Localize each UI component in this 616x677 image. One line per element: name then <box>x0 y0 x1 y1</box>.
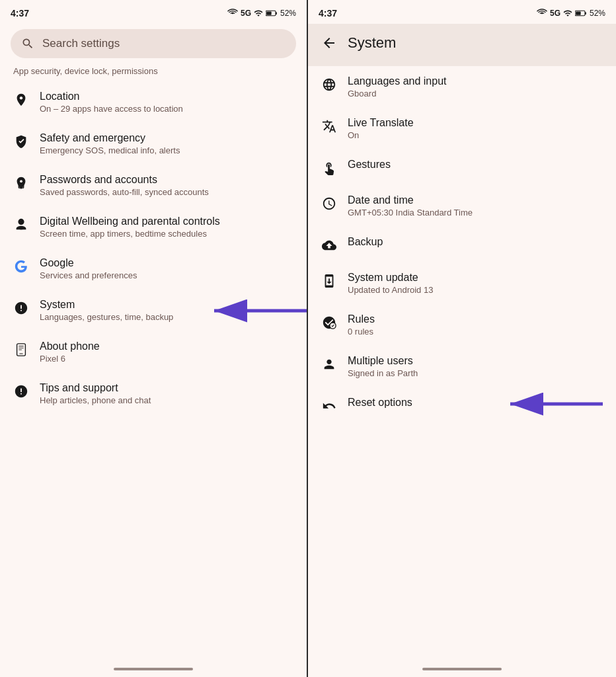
sidebar-item-digital-wellbeing[interactable]: Digital Wellbeing and parental controls … <box>0 206 307 248</box>
safety-subtitle: Emergency SOS, medical info, alerts <box>40 145 180 155</box>
sidebar-item-google[interactable]: Google Services and preferences <box>0 248 307 290</box>
right-item-backup[interactable]: Backup <box>308 227 616 262</box>
sidebar-item-safety[interactable]: Safety and emergency Emergency SOS, medi… <box>0 123 307 165</box>
rules-text: Rules 0 rules <box>348 313 375 337</box>
passwords-text: Passwords and accounts Saved passwords, … <box>40 174 209 197</box>
languages-icon <box>321 77 337 93</box>
status-bar-right: 4:37 5G 52% <box>308 0 616 24</box>
location-title: Location <box>40 91 183 102</box>
back-button[interactable] <box>319 32 340 54</box>
search-input[interactable]: Search settings <box>42 37 120 50</box>
sidebar-item-location[interactable]: Location On – 29 apps have access to loc… <box>0 81 307 123</box>
about-subtitle: Pixel 6 <box>40 354 100 364</box>
tips-subtitle: Help articles, phone and chat <box>40 395 151 405</box>
google-text: Google Services and preferences <box>40 257 137 280</box>
languages-subtitle: Gboard <box>348 89 446 99</box>
sidebar-item-tips[interactable]: Tips and support Help articles, phone an… <box>0 373 307 415</box>
gestures-title: Gestures <box>348 159 391 171</box>
back-icon <box>321 35 337 51</box>
google-subtitle: Services and preferences <box>40 270 137 280</box>
svg-rect-2 <box>276 12 277 15</box>
right-item-reset[interactable]: Reset options <box>308 387 616 423</box>
settings-list-right: Languages and input Gboard Live Translat… <box>308 66 616 661</box>
users-text: Multiple users Signed in as Parth <box>348 355 418 378</box>
5g-label-right: 5G <box>550 9 560 18</box>
tips-text: Tips and support Help articles, phone an… <box>40 382 151 405</box>
system-update-subtitle: Updated to Android 13 <box>348 285 433 295</box>
languages-text: Languages and input Gboard <box>348 75 446 99</box>
right-item-gestures[interactable]: Gestures <box>308 149 616 185</box>
location-text: Location On – 29 apps have access to loc… <box>40 91 183 114</box>
status-icons-right: 5G 52% <box>537 8 605 19</box>
wellbeing-title: Digital Wellbeing and parental controls <box>40 216 220 227</box>
translate-icon <box>321 118 337 134</box>
about-icon <box>13 342 29 358</box>
right-item-system-update[interactable]: System update Updated to Android 13 <box>308 262 616 304</box>
svg-point-4 <box>19 180 23 184</box>
passwords-icon <box>13 175 29 191</box>
reset-arrow-annotation <box>504 391 609 420</box>
system-text: System Languages, gestures, time, backup <box>40 299 173 322</box>
datetime-subtitle: GMT+05:30 India Standard Time <box>348 208 473 218</box>
safety-title: Safety and emergency <box>40 132 180 144</box>
sidebar-item-about[interactable]: About phone Pixel 6 <box>0 331 307 373</box>
home-bar-right <box>422 668 502 670</box>
safety-icon <box>13 134 29 149</box>
live-translate-title: Live Translate <box>348 117 414 129</box>
users-subtitle: Signed in as Parth <box>348 368 418 378</box>
system-title: System <box>40 299 173 311</box>
datetime-text: Date and time GMT+05:30 India Standard T… <box>348 194 473 218</box>
svg-rect-12 <box>585 12 586 15</box>
right-item-languages[interactable]: Languages and input Gboard <box>308 66 616 108</box>
search-bar[interactable]: Search settings <box>11 29 296 58</box>
users-icon <box>321 356 337 372</box>
right-header: System <box>308 24 616 66</box>
home-bar-left <box>114 668 193 670</box>
right-item-multiple-users[interactable]: Multiple users Signed in as Parth <box>308 346 616 387</box>
sidebar-item-passwords[interactable]: Passwords and accounts Saved passwords, … <box>0 165 307 206</box>
search-icon <box>21 37 34 50</box>
status-icons-left: 5G 52% <box>227 8 296 19</box>
wellbeing-subtitle: Screen time, app timers, bedtime schedul… <box>40 229 220 239</box>
datetime-title: Date and time <box>348 194 473 206</box>
signal-icon <box>254 9 263 18</box>
right-panel-title: System <box>348 34 396 52</box>
battery-icon-right <box>575 9 587 18</box>
google-icon <box>13 259 29 274</box>
svg-rect-13 <box>576 11 581 15</box>
location-icon <box>13 92 29 108</box>
purple-arrow-reset <box>504 391 609 417</box>
battery-pct-right: 52% <box>590 9 605 18</box>
left-panel: 4:37 5G 52% Search settings App security… <box>0 0 308 677</box>
clock-icon <box>321 196 337 212</box>
signal-icon-right <box>563 9 572 18</box>
right-item-rules[interactable]: Rules 0 rules <box>308 304 616 346</box>
sidebar-item-system[interactable]: System Languages, gestures, time, backup <box>0 290 307 331</box>
passwords-subtitle: Saved passwords, auto-fill, synced accou… <box>40 187 209 197</box>
battery-icon <box>266 9 278 18</box>
status-bar-left: 4:37 5G 52% <box>0 0 307 24</box>
home-indicator-right <box>308 661 616 677</box>
wellbeing-text: Digital Wellbeing and parental controls … <box>40 216 220 239</box>
system-update-title: System update <box>348 272 433 284</box>
right-panel: 4:37 5G 52% System Languages and input G… <box>308 0 616 677</box>
gestures-icon <box>321 160 337 176</box>
backup-title: Backup <box>348 236 383 248</box>
system-update-icon <box>321 273 337 289</box>
backup-icon <box>321 237 337 253</box>
battery-pct-left: 52% <box>280 9 296 18</box>
5g-label: 5G <box>241 9 251 18</box>
home-indicator-left <box>0 661 307 677</box>
wifi-icon <box>227 8 238 19</box>
right-item-datetime[interactable]: Date and time GMT+05:30 India Standard T… <box>308 185 616 227</box>
rules-icon <box>321 315 337 331</box>
reset-text: Reset options <box>348 397 412 409</box>
svg-rect-9 <box>19 354 23 354</box>
backup-text: Backup <box>348 236 383 248</box>
reset-icon <box>321 398 337 414</box>
location-subtitle: On – 29 apps have access to location <box>40 104 183 114</box>
section-subtitle: App security, device lock, permissions <box>0 66 307 81</box>
languages-title: Languages and input <box>348 75 446 87</box>
right-item-live-translate[interactable]: Live Translate On <box>308 108 616 149</box>
google-title: Google <box>40 257 137 269</box>
